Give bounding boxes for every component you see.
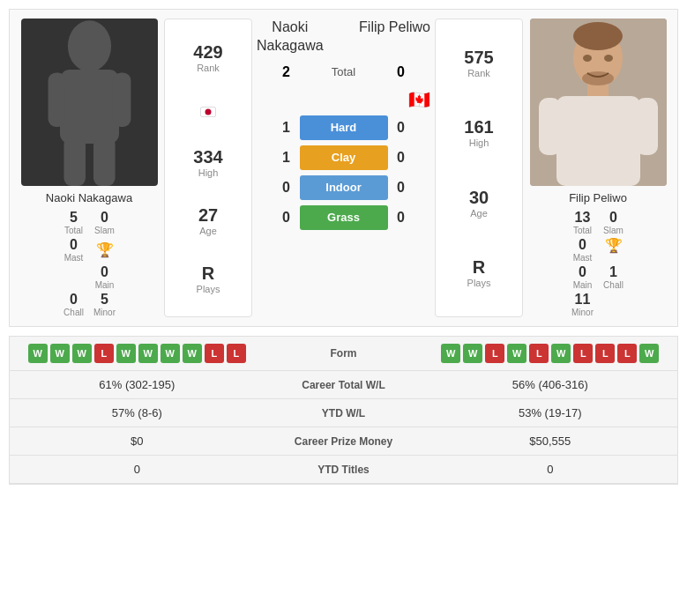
- form-badge-p1: W: [138, 344, 158, 363]
- total-row: 2 Total 0: [273, 64, 414, 80]
- ytd-wl-row: 57% (8-6) YTD W/L 53% (19-17): [10, 399, 677, 427]
- player2-total-value: 13: [575, 210, 591, 226]
- form-badge-p2: W: [463, 344, 482, 363]
- form-label: Form: [256, 347, 432, 360]
- form-badge-p2: W: [507, 344, 526, 363]
- indoor-badge: Indoor: [300, 175, 388, 200]
- player1-plays-value: R: [197, 263, 220, 284]
- player1-name-top: Naoki Nakagawa: [257, 19, 324, 56]
- clay-row: 1 Clay 0: [257, 145, 430, 170]
- form-badge-p1: W: [183, 344, 202, 363]
- player1-mast-label: Mast: [64, 253, 84, 263]
- player1-main-value: 0: [101, 264, 108, 280]
- player1-name-below: Naoki Nakagawa: [46, 191, 132, 204]
- player2-prize: $50,555: [432, 434, 669, 448]
- player1-photo-area: Naoki Nakagawa 5 Total 0 Slam 0 Mast 🏆: [19, 19, 160, 317]
- prize-row: $0 Career Prize Money $50,555: [10, 427, 677, 456]
- player2-photo: [530, 19, 667, 186]
- player1-minor-stat: 5 Minor: [93, 292, 116, 317]
- indoor-score-right: 0: [388, 180, 414, 196]
- player2-mast-value: 0: [579, 237, 586, 253]
- player1-slam-stat: 0 Slam: [93, 210, 116, 235]
- player1-stats-grid: 5 Total 0 Slam 0 Mast 🏆 0 Main: [63, 210, 116, 317]
- form-badge-p2: L: [485, 344, 504, 363]
- form-badge-p2: L: [595, 344, 615, 363]
- player1-total-label: Total: [64, 226, 83, 235]
- player1-minor-label: Minor: [93, 308, 116, 317]
- player2-form: WWLWLWLLLW: [432, 344, 669, 363]
- form-badge-p1: W: [72, 344, 92, 363]
- total-score-right: 0: [388, 64, 414, 80]
- player2-titles: 0: [432, 463, 669, 476]
- svg-rect-9: [556, 96, 640, 186]
- form-badge-p1: L: [205, 344, 224, 363]
- hard-score-right: 0: [388, 120, 414, 136]
- svg-point-13: [583, 55, 592, 62]
- player2-slam-stat: 0 Slam: [602, 210, 624, 235]
- total-label: Total: [300, 65, 388, 78]
- player1-slam-value: 0: [101, 210, 108, 226]
- player2-flag-row: 🇨🇦: [257, 89, 430, 110]
- player2-form-badges: WWLWLWLLLW: [432, 344, 669, 363]
- player1-form: WWWLWWWWLL: [19, 344, 256, 363]
- player1-age-label: Age: [198, 226, 218, 236]
- player1-high-label: High: [193, 167, 222, 178]
- form-badge-p2: L: [573, 344, 593, 363]
- player1-mast-value: 0: [70, 237, 78, 253]
- player1-prize: $0: [19, 434, 256, 448]
- indoor-score-left: 0: [273, 180, 300, 196]
- player1-age-stat: 27 Age: [198, 205, 218, 236]
- player2-chall-label: Chall: [603, 280, 624, 290]
- player1-slam-label: Slam: [94, 226, 115, 235]
- svg-point-0: [67, 20, 110, 71]
- player1-flag-container: [200, 104, 216, 120]
- court-rows: 1 Hard 0 1 Clay 0 0 Indoor: [257, 115, 430, 235]
- player1-trophy: 🏆: [93, 237, 116, 263]
- player1-main-stat: 0 Main: [93, 264, 116, 290]
- clay-badge: Clay: [300, 145, 388, 170]
- player2-main-label: Main: [573, 280, 593, 290]
- titles-row: 0 YTD Titles 0: [10, 456, 677, 484]
- player2-main-stat: 0 Main: [571, 264, 594, 290]
- hard-row: 1 Hard 0: [257, 115, 430, 140]
- player1-plays-stat: R Plays: [197, 263, 220, 294]
- player2-rank-value: 575: [464, 48, 493, 68]
- svg-rect-10: [539, 98, 561, 155]
- player1-chall-value: 0: [70, 292, 78, 308]
- player1-titles: 0: [19, 463, 256, 476]
- player2-rank-label: Rank: [464, 68, 493, 78]
- player1-ytd-wl: 57% (8-6): [19, 406, 256, 419]
- ytd-wl-label: YTD W/L: [256, 407, 432, 419]
- stats-table: WWWLWWWWLL Form WWLWLWLLLW 61% (302-195)…: [9, 336, 678, 485]
- trophy-icon-2: 🏆: [605, 237, 623, 254]
- form-badge-p1: W: [116, 344, 136, 363]
- player1-chall-stat: 0 Chall: [63, 292, 85, 317]
- hard-score-left: 1: [273, 120, 300, 136]
- clay-score-left: 1: [273, 150, 300, 166]
- player2-total-stat: 13 Total: [571, 210, 594, 235]
- player1-high-stat: 334 High: [193, 147, 222, 178]
- trophy-icon-1: 🏆: [96, 241, 114, 258]
- prize-label: Career Prize Money: [256, 435, 432, 448]
- svg-rect-1: [59, 70, 118, 144]
- player2-mast-stat: 0 Mast: [571, 237, 594, 263]
- career-wl-row: 61% (302-195) Career Total W/L 56% (406-…: [10, 371, 677, 399]
- player1-age-value: 27: [198, 205, 218, 226]
- player2-age-label: Age: [469, 208, 489, 219]
- grass-score-right: 0: [388, 210, 414, 226]
- player2-age-value: 30: [469, 188, 489, 208]
- player2-age-stat: 30 Age: [469, 188, 489, 219]
- form-badge-p2: W: [551, 344, 571, 363]
- player1-mast-stat: 0 Mast: [63, 237, 85, 263]
- player1-high-value: 334: [193, 147, 222, 167]
- main-container: Naoki Nakagawa 5 Total 0 Slam 0 Mast 🏆: [0, 0, 687, 497]
- form-badge-p1: W: [50, 344, 70, 363]
- player1-flag: [200, 107, 216, 117]
- player2-ytd-wl: 53% (19-17): [432, 406, 669, 419]
- svg-point-15: [582, 71, 614, 85]
- grass-badge: Grass: [300, 205, 388, 230]
- svg-rect-2: [48, 72, 65, 126]
- player-names-row: Naoki Nakagawa Filip Peliwo: [257, 19, 430, 56]
- player2-card: 575 Rank 161 High 30 Age R Plays: [435, 19, 523, 317]
- indoor-row: 0 Indoor 0: [257, 175, 430, 200]
